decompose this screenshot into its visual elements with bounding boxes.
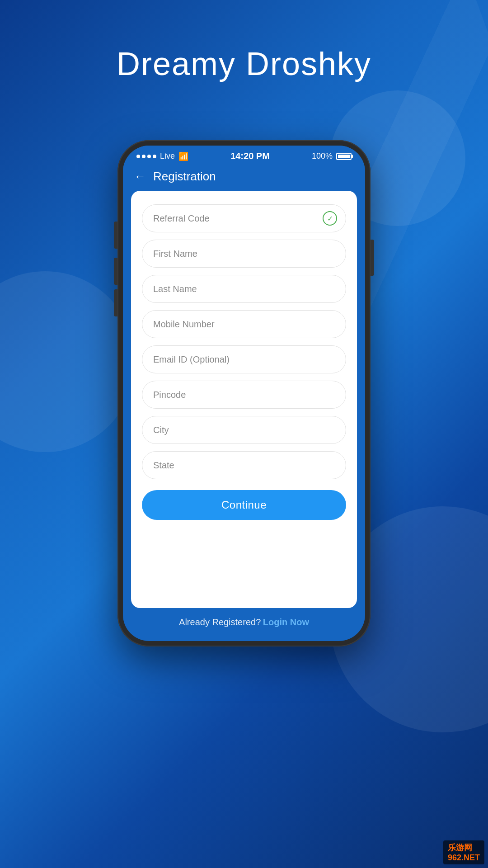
first-name-input[interactable] [142,240,346,268]
status-bar: Live 📶 14:20 PM 100% [123,146,365,165]
first-name-wrapper [142,240,346,268]
nav-header: ← Registration [123,165,365,191]
watermark-domain: 962.NET [448,853,480,862]
live-label: Live [160,151,175,161]
phone-screen: Live 📶 14:20 PM 100% ← Registration [123,146,365,641]
pincode-wrapper [142,381,346,409]
signal-dot-1 [136,155,140,158]
referral-code-input[interactable] [142,204,346,232]
state-wrapper [142,451,346,479]
battery-icon [336,153,352,160]
referral-code-wrapper: ✓ [142,204,346,232]
login-now-link[interactable]: Login Now [263,617,309,627]
pincode-input[interactable] [142,381,346,409]
bottom-section: Already Registered? Login Now [123,608,365,641]
city-wrapper [142,416,346,444]
state-input[interactable] [142,451,346,479]
signal-dot-4 [153,155,156,158]
status-right: 100% [312,151,352,161]
continue-button[interactable]: Continue [142,490,346,520]
mobile-number-input[interactable] [142,310,346,338]
watermark-site: 乐游网 [448,843,472,852]
city-input[interactable] [142,416,346,444]
back-button[interactable]: ← [134,170,146,184]
last-name-wrapper [142,275,346,303]
signal-dot-3 [147,155,151,158]
watermark: 乐游网 962.NET [443,840,484,864]
email-wrapper [142,345,346,373]
status-left: Live 📶 [136,151,188,161]
signal-dots [136,155,156,158]
bg-decoration-1 [0,271,136,452]
app-title: Dreamy Droshky [0,45,488,82]
status-time: 14:20 PM [230,151,270,161]
wifi-icon: 📶 [178,151,188,161]
check-icon: ✓ [323,211,337,226]
mobile-number-wrapper [142,310,346,338]
phone-frame: Live 📶 14:20 PM 100% ← Registration [117,140,371,646]
phone-mockup: Live 📶 14:20 PM 100% ← Registration [117,140,371,646]
page-title: Registration [153,170,216,184]
form-card: ✓ [131,191,357,608]
last-name-input[interactable] [142,275,346,303]
battery-percent: 100% [312,151,333,161]
already-registered-text: Already Registered? [179,617,261,627]
email-input[interactable] [142,345,346,373]
battery-fill [338,155,350,158]
signal-dot-2 [142,155,145,158]
